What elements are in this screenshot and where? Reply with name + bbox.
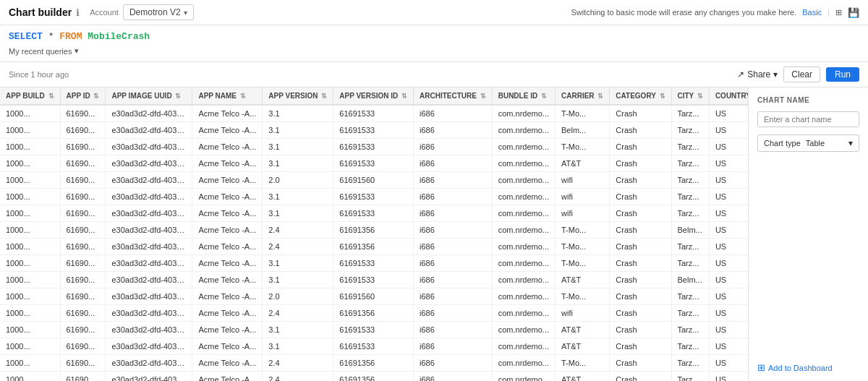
add-to-dashboard-button[interactable]: ⊞ Add to Dashboard	[757, 362, 859, 373]
dashboard-icon: ⊞	[757, 362, 765, 373]
column-header-country_code[interactable]: COUNTRY CODE ⇅	[709, 87, 749, 105]
column-header-city[interactable]: CITY ⇅	[671, 87, 709, 105]
column-header-app_build[interactable]: APP BUILD ⇅	[0, 87, 60, 105]
column-header-app_version_id[interactable]: APP VERSION ID ⇅	[333, 87, 414, 105]
help-icon[interactable]: ℹ	[76, 7, 80, 18]
table-row[interactable]: 1000...61690...e30ad3d2-dfd-403f-a094-a7…	[0, 122, 749, 139]
table-name: MobileCrash	[88, 31, 150, 42]
table-cell: com.nrdemo...	[492, 189, 555, 205]
table-row[interactable]: 1000...61690...e30ad3d2-dfd-403f-a094-a7…	[0, 172, 749, 189]
table-cell: wifi	[556, 172, 610, 189]
table-cell: 3.1	[263, 255, 333, 272]
column-header-app_version[interactable]: APP VERSION ⇅	[263, 87, 333, 105]
table-cell: e30ad3d2-dfd-403f-a094-a7c...	[106, 155, 192, 172]
table-cell: US	[709, 222, 749, 239]
table-cell: Tarz...	[671, 155, 709, 172]
table-row[interactable]: 1000...61690...e30ad3d2-dfd-403f-a094-a7…	[0, 222, 749, 239]
chart-type-selector[interactable]: Chart type Table ▾	[757, 134, 859, 152]
table-row[interactable]: 1000...61690...e30ad3d2-dfd-403f-a094-a7…	[0, 105, 749, 122]
table-cell: 61691533	[333, 322, 414, 338]
table-cell: Crash	[610, 155, 671, 172]
query-bar: SELECT * FROM MobileCrash My recent quer…	[0, 25, 868, 62]
table-cell: i686	[414, 272, 493, 288]
table-cell: Acme Telco -A...	[192, 239, 263, 255]
table-row[interactable]: 1000...61690...e30ad3d2-dfd-403f-a094-a7…	[0, 272, 749, 288]
table-row[interactable]: 1000...61690...e30ad3d2-dfd-403f-a094-a7…	[0, 189, 749, 205]
table-row[interactable]: 1000...61690...e30ad3d2-dfd-403f-a094-a7…	[0, 255, 749, 272]
table-cell: 61690...	[60, 139, 106, 155]
table-cell: 3.1	[263, 189, 333, 205]
sort-icon: ⇅	[93, 93, 99, 100]
table-cell: Acme Telco -A...	[192, 322, 263, 338]
table-cell: Belm...	[556, 122, 610, 139]
table-cell: 1000...	[0, 372, 60, 382]
save-icon: 💾	[848, 7, 859, 18]
table-row[interactable]: 1000...61690...e30ad3d2-dfd-403f-a094-a7…	[0, 205, 749, 222]
table-cell: 2.4	[263, 372, 333, 382]
table-row[interactable]: 1000...61690...e30ad3d2-dfd-403f-a094-a7…	[0, 139, 749, 155]
table-cell: e30ad3d2-dfd-403f-a094-a7c...	[106, 355, 192, 372]
recent-queries-dropdown[interactable]: My recent queries ▾	[9, 45, 79, 57]
main-layout: APP BUILD ⇅APP ID ⇅APP IMAGE UUID ⇅APP N…	[0, 87, 868, 381]
add-dashboard-label: Add to Dashboard	[768, 364, 833, 372]
table-cell: com.nrdemo...	[492, 205, 555, 222]
table-row[interactable]: 1000...61690...e30ad3d2-dfd-403f-a094-a7…	[0, 288, 749, 305]
table-row[interactable]: 1000...61690...e30ad3d2-dfd-403f-a094-a7…	[0, 322, 749, 338]
sort-icon: ⇅	[175, 93, 181, 100]
table-cell: e30ad3d2-dfd-403f-a094-a7c...	[106, 322, 192, 338]
column-header-architecture[interactable]: ARCHITECTURE ⇅	[414, 87, 493, 105]
table-cell: com.nrdemo...	[492, 288, 555, 305]
run-button[interactable]: Run	[826, 67, 859, 82]
sort-icon: ⇅	[660, 93, 665, 100]
star-symbol: *	[48, 31, 54, 42]
table-cell: Acme Telco -A...	[192, 172, 263, 189]
table-row[interactable]: 1000...61690...e30ad3d2-dfd-403f-a094-a7…	[0, 355, 749, 372]
table-cell: Tarz...	[671, 139, 709, 155]
table-body: 1000...61690...e30ad3d2-dfd-403f-a094-a7…	[0, 105, 749, 381]
table-cell: 3.1	[263, 272, 333, 288]
table-row[interactable]: 1000...61690...e30ad3d2-dfd-403f-a094-a7…	[0, 372, 749, 382]
table-cell: 61690...	[60, 322, 106, 338]
table-cell: US	[709, 172, 749, 189]
table-cell: Belm...	[671, 222, 709, 239]
table-cell: 61690...	[60, 222, 106, 239]
account-selector[interactable]: Demotron V2 ▾	[123, 4, 194, 20]
table-row[interactable]: 1000...61690...e30ad3d2-dfd-403f-a094-a7…	[0, 305, 749, 322]
table-cell: 1000...	[0, 205, 60, 222]
column-header-app_id[interactable]: APP ID ⇅	[60, 87, 106, 105]
share-button[interactable]: ↗ Share ▾	[737, 69, 778, 80]
column-header-carrier[interactable]: CARRIER ⇅	[556, 87, 610, 105]
table-row[interactable]: 1000...61690...e30ad3d2-dfd-403f-a094-a7…	[0, 155, 749, 172]
table-cell: Tarz...	[671, 239, 709, 255]
table-cell: 1000...	[0, 172, 60, 189]
column-header-app_image_uuid[interactable]: APP IMAGE UUID ⇅	[106, 87, 192, 105]
table-cell: T-Mo...	[556, 139, 610, 155]
table-cell: Tarz...	[671, 288, 709, 305]
table-row[interactable]: 1000...61690...e30ad3d2-dfd-403f-a094-a7…	[0, 338, 749, 355]
table-cell: 1000...	[0, 272, 60, 288]
table-cell: wifi	[556, 305, 610, 322]
table-cell: US	[709, 155, 749, 172]
table-cell: US	[709, 305, 749, 322]
table-cell: 3.1	[263, 139, 333, 155]
table-cell: 61691356	[333, 305, 414, 322]
table-cell: e30ad3d2-dfd-403f-a094-a7c...	[106, 189, 192, 205]
table-cell: 61691356	[333, 372, 414, 382]
switch-text: Switching to basic mode will erase any c…	[571, 8, 796, 17]
column-header-category[interactable]: CATEGORY ⇅	[610, 87, 671, 105]
table-cell: i686	[414, 372, 493, 382]
column-header-bundle_id[interactable]: BUNDLE ID ⇅	[492, 87, 555, 105]
select-keyword: SELECT	[9, 31, 43, 42]
basic-link[interactable]: Basic	[802, 8, 822, 17]
column-header-app_name[interactable]: APP NAME ⇅	[192, 87, 263, 105]
table-cell: Crash	[610, 105, 671, 122]
clear-button[interactable]: Clear	[783, 67, 820, 82]
table-cell: Crash	[610, 338, 671, 355]
table-cell: i686	[414, 288, 493, 305]
table-cell: 1000...	[0, 322, 60, 338]
table-cell: i686	[414, 355, 493, 372]
chart-name-input[interactable]	[757, 111, 859, 127]
table-cell: 1000...	[0, 105, 60, 122]
table-cell: 61691356	[333, 222, 414, 239]
table-row[interactable]: 1000...61690...e30ad3d2-dfd-403f-a094-a7…	[0, 239, 749, 255]
